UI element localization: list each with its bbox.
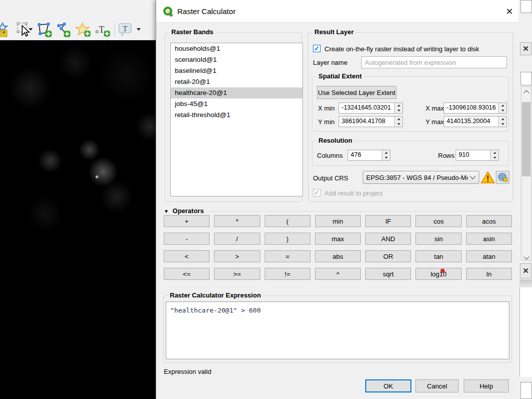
operator-button-ln[interactable]: ln [466, 268, 512, 280]
spin-arrows[interactable] [394, 117, 402, 127]
scroll-down-icon[interactable] [523, 254, 529, 259]
ok-button[interactable]: OK [365, 379, 411, 392]
polygon-annotation-icon [36, 22, 52, 38]
create-on-the-fly-checkbox[interactable]: ✓ [313, 45, 321, 52]
scrollbar-thumb[interactable] [522, 102, 530, 176]
operator-button--[interactable]: - [164, 233, 209, 245]
operator-button-asin[interactable]: asin [466, 233, 512, 245]
raster-band-item[interactable]: jobs-45@1 [171, 98, 302, 110]
y-min-spinbox[interactable]: 3861904.41708 [339, 116, 403, 127]
globe-edit-icon [498, 172, 508, 182]
raster-band-item[interactable]: healthcare-20@1 [171, 87, 302, 98]
rows-spinbox[interactable]: 910 [456, 150, 499, 161]
raster-band-item[interactable]: baselineId@1 [171, 65, 302, 76]
spin-arrows[interactable] [490, 150, 498, 160]
operator-button-<[interactable]: < [164, 250, 209, 262]
balloon-annotation-button[interactable]: T [117, 21, 133, 38]
raster-band-item[interactable]: retail-20@1 [171, 76, 302, 87]
x-max-spinbox[interactable]: -13096108.93016 [444, 103, 507, 114]
help-button[interactable]: Help [464, 379, 509, 392]
marker-annotation-button[interactable] [75, 21, 91, 38]
output-crs-label: Output CRS [313, 174, 348, 182]
resolution-group-title: Resolution [316, 137, 354, 144]
operator-button-min[interactable]: min [315, 215, 361, 227]
output-crs-value: EPSG:3857 - WGS 84 / Pseudo-Mer [366, 174, 468, 181]
operator-button-IF[interactable]: IF [365, 215, 411, 227]
add-result-to-project-label: Add result to project [325, 189, 383, 197]
operators-header[interactable]: ▼ Operators [164, 207, 513, 215]
operator-button->[interactable]: > [214, 250, 260, 262]
qgis-window: * [0, 0, 532, 399]
add-result-to-project-checkbox: ✓ [313, 189, 321, 196]
x-min-value: -13241645.03201 [339, 103, 394, 113]
dialog-titlebar[interactable]: Raster Calculator ✕ [156, 0, 519, 23]
operator-button-<=[interactable]: <= [164, 268, 209, 280]
layer-name-label: Layer name [313, 59, 348, 66]
spin-arrows[interactable] [394, 103, 402, 113]
annotation-layer-icon[interactable]: * [0, 21, 9, 38]
collapse-triangle-icon: ▼ [164, 209, 169, 214]
qgis-logo-icon [162, 6, 174, 18]
panel-field-partial [520, 72, 532, 85]
use-selected-layer-extent-button[interactable]: Use Selected Layer Extent [317, 86, 396, 99]
operator-button-cos[interactable]: cos [415, 215, 461, 227]
operator-button-+[interactable]: + [164, 215, 209, 227]
operator-button-max[interactable]: max [315, 233, 361, 245]
expression-group-title: Raster Calculator Expression [168, 291, 263, 299]
operator-button-AND[interactable]: AND [365, 233, 411, 245]
line-annotation-button[interactable] [55, 21, 71, 38]
operator-button-tan[interactable]: tan [415, 250, 461, 262]
raster-band-item[interactable]: households@1 [171, 43, 302, 54]
operator-button-acos[interactable]: acos [466, 215, 512, 227]
operator-button-=[interactable]: = [265, 250, 310, 262]
spatial-extent-group-title: Spatial Extent [316, 72, 364, 80]
operator-button-([interactable]: ( [265, 215, 310, 227]
raster-band-item[interactable]: scenarioId@1 [171, 54, 302, 65]
raster-bands-list[interactable]: households@1scenarioId@1baselineId@1reta… [170, 43, 303, 196]
spin-arrows[interactable] [498, 103, 506, 113]
operator-button-^[interactable]: ^ [315, 268, 361, 280]
operator-button-atan[interactable]: atan [466, 250, 512, 262]
annotations-toolbar: * [0, 0, 156, 40]
star-marker-icon [75, 22, 91, 38]
select-crs-button[interactable] [496, 171, 509, 184]
cancel-button[interactable]: Cancel [415, 379, 459, 392]
x-min-spinbox[interactable]: -13241645.03201 [339, 103, 403, 114]
operator-button-*[interactable]: * [214, 215, 260, 227]
operator-button-log10[interactable]: log10 [415, 268, 461, 280]
panel-scrollbar[interactable] [521, 86, 531, 260]
create-on-the-fly-label: Create on-the-fly raster instead of writ… [325, 45, 479, 53]
crs-warning-icon[interactable] [481, 171, 495, 184]
text-annotation-icon: T [94, 22, 111, 38]
operator-button-/[interactable]: / [214, 233, 260, 245]
operators-group-title: Operators [173, 207, 204, 215]
x-min-label: X min [318, 105, 335, 112]
output-crs-combobox[interactable]: EPSG:3857 - WGS 84 / Pseudo-Mer [363, 171, 479, 184]
columns-spinbox[interactable]: 476 [348, 150, 390, 161]
y-min-value: 3861904.41708 [339, 117, 394, 127]
operator-button-!=[interactable]: != [265, 268, 310, 280]
operator-button-sin[interactable]: sin [415, 233, 461, 245]
operator-button->=[interactable]: >= [214, 268, 260, 280]
expression-editor[interactable]: "healthcare-20@1" > 600 [166, 302, 509, 359]
y-max-spinbox[interactable]: 4140135.20004 [444, 116, 507, 127]
panel-close-icon[interactable]: ✕ [520, 42, 531, 55]
result-layer-group-title: Result Layer [312, 28, 356, 36]
operator-button-sqrt[interactable]: sqrt [365, 268, 411, 280]
spin-arrows[interactable] [382, 150, 390, 160]
close-icon[interactable]: ✕ [504, 6, 515, 17]
map-canvas[interactable] [0, 40, 156, 399]
scroll-up-icon[interactable] [523, 90, 529, 95]
layer-name-input[interactable] [361, 56, 507, 68]
text-annotation-button[interactable]: T [94, 21, 111, 38]
polygon-annotation-button[interactable] [36, 21, 52, 38]
modify-annotation-button[interactable] [16, 21, 32, 38]
panel-close-icon[interactable]: ✕ [520, 263, 531, 278]
toolbar-separator [115, 23, 115, 36]
dropdown-arrow-icon[interactable] [137, 28, 141, 31]
operator-button-OR[interactable]: OR [365, 250, 411, 262]
spin-arrows[interactable] [498, 117, 506, 127]
operator-button-abs[interactable]: abs [315, 250, 361, 262]
operator-button-)[interactable]: ) [265, 233, 310, 245]
raster-band-item[interactable]: retail-threshold@1 [171, 110, 302, 121]
